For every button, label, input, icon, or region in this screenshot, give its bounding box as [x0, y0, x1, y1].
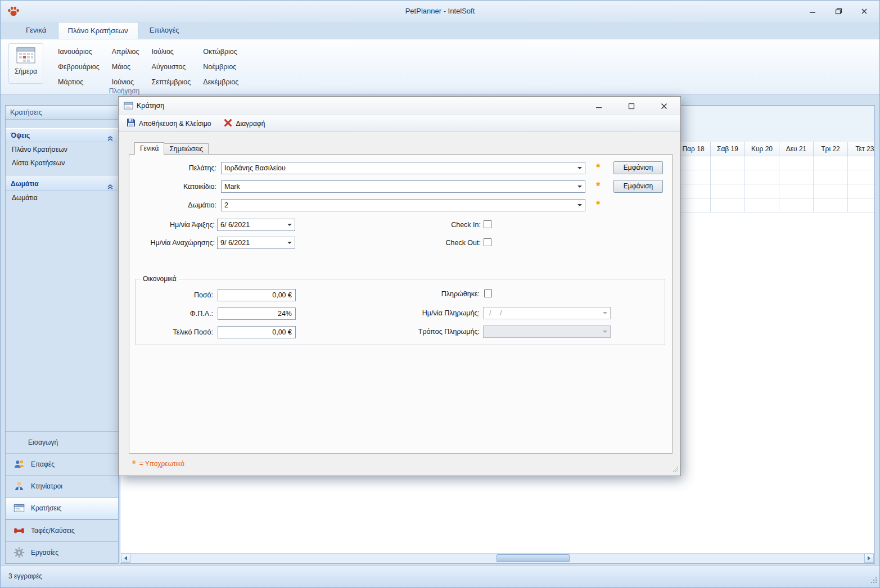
- pet-value: Mark: [224, 181, 572, 192]
- checkin-checkbox[interactable]: [484, 220, 491, 228]
- month-item[interactable]: Οκτώβριος: [201, 44, 241, 60]
- calendar-cell[interactable]: [779, 184, 813, 198]
- paid-label: Πληρώθηκε:: [294, 288, 480, 300]
- checkout-checkbox[interactable]: [484, 238, 491, 246]
- minimize-button[interactable]: [805, 6, 820, 17]
- departure-datepicker[interactable]: 9/ 6/2021: [217, 237, 295, 249]
- save-close-button[interactable]: Αποθήκευση & Κλείσιμο: [124, 116, 214, 130]
- calendar-icon: [16, 58, 35, 66]
- contacts-icon: [13, 458, 25, 471]
- scroll-left-button[interactable]: [121, 554, 130, 563]
- calendar-cell[interactable]: [710, 156, 744, 170]
- calendar-cell[interactable]: [779, 198, 813, 212]
- calendar-cell[interactable]: [813, 198, 847, 212]
- month-item[interactable]: Νοέμβριος: [201, 60, 241, 75]
- total-input[interactable]: 0,00 €: [218, 326, 296, 338]
- departure-value: 9/ 6/2021: [220, 237, 282, 248]
- dialog-resize-grip[interactable]: [672, 465, 679, 474]
- calendar-column: Δευ 21: [779, 142, 813, 212]
- calendar-cell[interactable]: [676, 170, 710, 184]
- dialog-maximize-button[interactable]: [621, 99, 642, 113]
- calendar-cell[interactable]: [847, 198, 875, 212]
- tab-dialog-simeioseis[interactable]: Σημειώσεις: [164, 143, 209, 155]
- dialog-close-button[interactable]: [653, 99, 675, 113]
- nav-item-bookings[interactable]: Κρατήσεις: [6, 497, 118, 519]
- sidebar: Κρατήσεις Όψεις Πλάνο Κρατήσεων Λίστα Κρ…: [5, 105, 119, 564]
- required-footnote: *= Υποχρεωτικό: [132, 459, 184, 470]
- show-client-button[interactable]: Εμφάνιση: [613, 161, 663, 174]
- calendar-cell[interactable]: [847, 184, 875, 198]
- calendar-cell[interactable]: [744, 184, 779, 198]
- dialog-minimize-button[interactable]: [588, 99, 610, 113]
- horizontal-scrollbar[interactable]: [121, 553, 874, 563]
- tab-genika[interactable]: Γενικά: [16, 22, 56, 39]
- chevron-down-icon[interactable]: [285, 238, 294, 248]
- close-button[interactable]: [857, 6, 872, 17]
- arrival-datepicker[interactable]: 6/ 6/2021: [217, 219, 295, 231]
- delete-button[interactable]: Διαγραφή: [221, 117, 268, 130]
- month-item[interactable]: Αύγουστος: [150, 60, 193, 75]
- chevron-down-icon[interactable]: [575, 163, 584, 173]
- nav-item-vets[interactable]: Κτηνίατροι: [6, 475, 118, 497]
- calendar-cell[interactable]: [813, 156, 847, 170]
- vat-input[interactable]: 24%: [218, 307, 296, 320]
- calendar-cell[interactable]: [676, 198, 710, 212]
- right-arrow-icon: [868, 556, 870, 560]
- chevron-down-icon[interactable]: [575, 200, 584, 210]
- sidebar-item-plano-kratiseon[interactable]: Πλάνο Κρατήσεων: [6, 143, 118, 156]
- calendar-cell[interactable]: [847, 156, 875, 170]
- calendar-cell[interactable]: [779, 170, 813, 184]
- today-button[interactable]: Σήμερα: [8, 43, 43, 84]
- scrollbar-thumb[interactable]: [497, 554, 570, 562]
- chevron-down-icon[interactable]: [575, 182, 584, 192]
- nav-item-burials[interactable]: Ταφές/Καύσεις: [6, 519, 118, 541]
- show-pet-button[interactable]: Εμφάνιση: [613, 180, 663, 193]
- sidebar-group-domatia[interactable]: Δωμάτια: [6, 177, 118, 191]
- tab-epiloges[interactable]: Επιλογές: [140, 22, 189, 39]
- checkout-label: Check Out:: [394, 237, 481, 249]
- financial-group-title: Οικονομικά: [141, 275, 179, 283]
- payment-method-label: Τρόπος Πληρωμής:: [294, 325, 480, 338]
- room-combobox[interactable]: 2: [221, 199, 585, 211]
- calendar-cell[interactable]: [779, 156, 813, 170]
- payment-date-picker[interactable]: / /: [483, 307, 611, 319]
- calendar-cell[interactable]: [744, 170, 779, 184]
- calendar-cell[interactable]: [676, 156, 710, 170]
- paid-checkbox[interactable]: [484, 290, 492, 297]
- calendar-cell[interactable]: [676, 184, 710, 198]
- chevron-down-icon[interactable]: [285, 220, 294, 230]
- pet-combobox[interactable]: Mark: [221, 180, 585, 193]
- month-item[interactable]: Ιούλιος: [150, 44, 193, 60]
- calendar-cell[interactable]: [710, 198, 744, 212]
- nav-item-contacts[interactable]: Επαφές: [6, 453, 118, 475]
- calendar-cell[interactable]: [710, 170, 744, 184]
- nav-item-insert[interactable]: Εισαγωγή: [6, 431, 118, 453]
- client-combobox[interactable]: Ιορδάνης Βασιλείου: [221, 162, 585, 174]
- calendar-cell[interactable]: [813, 184, 847, 198]
- month-item[interactable]: Φεβρουάριος: [56, 60, 102, 75]
- tab-plano-kratiseon[interactable]: Πλάνο Κρατήσεων: [58, 22, 138, 39]
- calendar-cell[interactable]: [813, 170, 847, 184]
- calendar-cell[interactable]: [710, 184, 744, 198]
- calendar-cell[interactable]: [744, 156, 779, 170]
- scroll-right-button[interactable]: [864, 554, 874, 563]
- amount-input[interactable]: 0,00 €: [218, 289, 296, 301]
- dialog-titlebar[interactable]: Κράτηση: [119, 97, 680, 115]
- calendar-column: Τρι 22: [813, 142, 847, 212]
- calendar-cell[interactable]: [744, 198, 779, 212]
- nav-item-tasks[interactable]: Εργασίες: [6, 541, 118, 563]
- resize-grip[interactable]: [870, 576, 878, 586]
- month-item[interactable]: Ιανουάριος: [56, 44, 102, 60]
- sidebar-group-opseis[interactable]: Όψεις: [6, 128, 118, 142]
- tab-dialog-genika[interactable]: Γενικά: [134, 142, 164, 155]
- calendar-day-header: Σαβ 19: [710, 142, 744, 156]
- month-item[interactable]: Απρίλιος: [110, 44, 142, 60]
- month-item[interactable]: Μάιος: [110, 60, 142, 75]
- maximize-button[interactable]: [831, 6, 846, 17]
- nav-item-label: Κτηνίατροι: [31, 482, 62, 490]
- sidebar-item-lista-kratiseon[interactable]: Λίστα Κρατήσεων: [6, 156, 118, 170]
- vet-icon: [13, 480, 25, 492]
- sidebar-item-domatia[interactable]: Δωμάτια: [6, 191, 118, 205]
- calendar-cell[interactable]: [847, 170, 875, 184]
- payment-method-combobox[interactable]: [483, 325, 611, 338]
